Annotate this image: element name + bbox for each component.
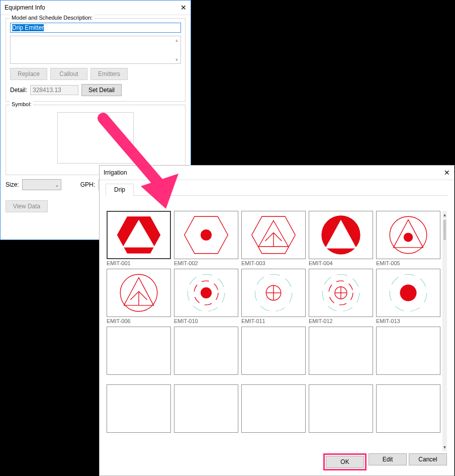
symbol-empty[interactable]	[241, 327, 306, 375]
tab-drip[interactable]: Drip	[106, 184, 134, 196]
svg-point-32	[400, 284, 416, 301]
irrigation-window: Irrigation ✕ Drip EMIT-001	[99, 165, 454, 476]
symbol-label: EMIT-002	[174, 260, 238, 266]
tab-bar: Drip	[106, 183, 448, 196]
close-icon[interactable]: ✕	[435, 169, 450, 177]
scroll-up-icon[interactable]: ▴	[175, 37, 178, 43]
symbol-empty[interactable]	[174, 384, 238, 433]
svg-point-13	[404, 232, 413, 242]
symbol-empty[interactable]	[107, 384, 171, 433]
symbol-empty[interactable]	[174, 327, 238, 375]
detail-label: Detail:	[10, 87, 27, 94]
symbol-label: EMIT-010	[174, 318, 238, 324]
symbol-empty[interactable]	[309, 384, 373, 433]
set-detail-button[interactable]: Set Detail	[81, 84, 122, 96]
scroll-down-icon[interactable]: ▾	[175, 57, 178, 62]
close-icon[interactable]: ✕	[171, 4, 187, 12]
symbol-preview[interactable]	[57, 112, 134, 164]
symbol-emit-005[interactable]	[376, 211, 440, 259]
size-label: Size:	[6, 181, 19, 188]
equipment-titlebar[interactable]: Equipment Info ✕	[1, 1, 191, 15]
textarea-scrollbar[interactable]: ▴ ▾	[172, 36, 180, 63]
grid-scrollbar[interactable]: ▴ ▾	[442, 211, 447, 451]
size-combo[interactable]: ⌄	[22, 179, 61, 190]
symbol-emit-006[interactable]	[107, 269, 171, 317]
scroll-up-icon[interactable]: ▴	[442, 211, 447, 219]
svg-point-21	[201, 287, 212, 298]
scroll-down-icon[interactable]: ▾	[442, 443, 447, 451]
symbol-label: EMIT-005	[376, 260, 440, 266]
model-legend: Model and Schedule Description:	[10, 15, 94, 21]
symbol-label: EMIT-011	[241, 318, 306, 324]
symbol-empty[interactable]	[309, 327, 373, 375]
svg-line-17	[130, 291, 139, 300]
symbol-emit-004[interactable]	[309, 211, 373, 259]
symbol-label: EMIT-013	[376, 318, 440, 324]
symbol-label: EMIT-006	[107, 318, 171, 324]
irrigation-title: Irrigation	[104, 169, 127, 176]
svg-line-8	[274, 232, 282, 241]
chevron-down-icon: ⌄	[55, 182, 59, 188]
symbol-empty[interactable]	[376, 327, 440, 375]
symbol-fieldset: Symbol:	[6, 105, 186, 175]
symbol-emit-012[interactable]	[309, 269, 373, 317]
symbol-label: EMIT-003	[241, 260, 306, 266]
symbol-empty[interactable]	[107, 327, 171, 375]
symbol-label: EMIT-001	[107, 260, 171, 266]
irrigation-titlebar[interactable]: Irrigation ✕	[100, 166, 454, 180]
detail-input[interactable]	[30, 85, 78, 95]
equipment-title: Equipment Info	[5, 4, 45, 11]
symbol-label: EMIT-012	[309, 318, 373, 324]
model-input-text: Drip Emitter	[12, 24, 44, 31]
symbol-empty[interactable]	[376, 384, 440, 433]
model-fieldset: Model and Schedule Description: Drip Emi…	[6, 18, 186, 102]
symbol-empty[interactable]	[241, 384, 306, 433]
symbol-emit-003[interactable]	[241, 211, 306, 259]
symbol-emit-011[interactable]	[241, 269, 306, 317]
view-data-button: View Data	[6, 200, 48, 212]
ok-button[interactable]: OK	[326, 456, 364, 468]
replace-button: Replace	[10, 68, 47, 80]
ok-highlight: OK	[323, 453, 367, 470]
gph-label: GPH:	[80, 181, 95, 188]
cancel-button[interactable]: Cancel	[409, 453, 447, 465]
symbol-label: EMIT-004	[309, 260, 373, 266]
symbol-legend: Symbol:	[10, 101, 33, 107]
symbol-emit-010[interactable]	[174, 269, 238, 317]
symbol-emit-002[interactable]	[174, 211, 238, 259]
svg-line-18	[139, 291, 147, 300]
dialog-buttons: OK Edit Cancel	[323, 453, 447, 470]
symbol-emit-013[interactable]	[376, 269, 440, 317]
symbol-grid: EMIT-001 EMIT-002	[107, 211, 440, 451]
edit-button[interactable]: Edit	[369, 453, 407, 465]
scroll-thumb[interactable]	[443, 220, 446, 240]
model-input[interactable]: Drip Emitter	[10, 23, 181, 33]
svg-point-3	[201, 229, 212, 241]
symbol-emit-001[interactable]	[107, 211, 171, 259]
description-textarea[interactable]: ▴ ▾	[10, 36, 181, 64]
callout-button: Callout	[50, 68, 87, 80]
svg-line-7	[265, 232, 274, 241]
emitters-button: Emitters	[90, 68, 128, 80]
